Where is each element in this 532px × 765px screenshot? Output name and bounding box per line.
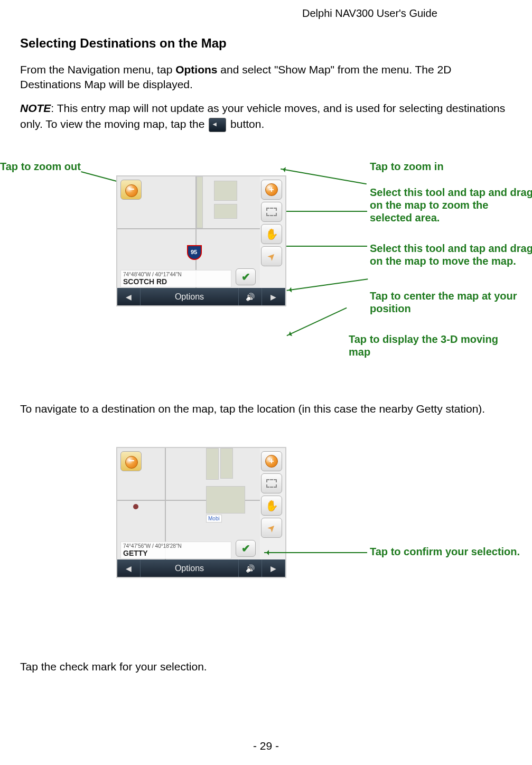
arrow-confirm bbox=[264, 552, 367, 553]
zoom-area-tool-button[interactable] bbox=[261, 202, 282, 222]
map-block bbox=[206, 486, 245, 514]
callout-3d: Tap to display the 3-D moving map bbox=[349, 333, 507, 358]
coordinates-text: 74°47'56"W / 40°18'28"N bbox=[123, 543, 229, 549]
pan-tool-button[interactable] bbox=[261, 224, 282, 244]
center-position-button[interactable] bbox=[261, 518, 282, 538]
checkmark-paragraph: Tap the check mark for your selection. bbox=[20, 660, 511, 673]
road-name-text: SCOTCH RD bbox=[123, 277, 229, 286]
arrow-hand-tool bbox=[280, 246, 367, 247]
map-tool-sidebar bbox=[259, 448, 285, 562]
coordinates-text: 74°48'40"W / 40°17'44"N bbox=[123, 272, 229, 277]
arrow-rect-tool bbox=[280, 211, 367, 212]
intro-text-bold: Options bbox=[175, 63, 217, 76]
arrow-3d bbox=[286, 307, 347, 337]
arrow-zoom-in bbox=[281, 169, 367, 185]
arrow-center bbox=[287, 278, 368, 291]
map-block bbox=[197, 176, 203, 228]
callout-zoom-in: Tap to zoom in bbox=[370, 160, 528, 173]
sound-button[interactable] bbox=[239, 288, 262, 305]
device-screenshot-1: 74°48'40"W / 40°17'44"N SCOTCH RD Option… bbox=[116, 175, 286, 306]
options-button[interactable]: Options bbox=[141, 288, 239, 305]
bottom-toolbar: Options bbox=[117, 288, 285, 305]
zoom-area-tool-button[interactable] bbox=[261, 473, 282, 493]
back-inline-icon bbox=[209, 118, 226, 132]
navigate-paragraph: To navigate to a destination on the map,… bbox=[20, 402, 511, 416]
page-number: - 29 - bbox=[0, 740, 532, 752]
bottom-toolbar: Options bbox=[117, 559, 285, 577]
note-label: NOTE bbox=[20, 102, 51, 114]
next-button[interactable] bbox=[262, 288, 285, 305]
callout-rect-tool: Select this tool and tap and drag on the… bbox=[370, 186, 532, 224]
road-name-text: GETTY bbox=[123, 549, 229, 557]
pan-tool-button[interactable] bbox=[261, 496, 282, 516]
callout-zoom-out: Tap to zoom out bbox=[0, 160, 85, 173]
intro-text-pre: From the Navigation menu, tap bbox=[20, 63, 175, 76]
note-paragraph: NOTE: This entry map will not update as … bbox=[20, 100, 511, 133]
device-screenshot-2: Mobi 74°47'56"W / 40°18'28"N GETTY Optio… bbox=[116, 447, 286, 578]
location-label: 74°47'56"W / 40°18'28"N GETTY bbox=[120, 542, 231, 559]
back-button[interactable] bbox=[117, 288, 141, 305]
zoom-in-button[interactable] bbox=[261, 451, 282, 471]
confirm-selection-button[interactable] bbox=[236, 540, 256, 557]
map-block bbox=[214, 204, 237, 219]
callout-confirm: Tap to confirm your selection. bbox=[370, 545, 528, 558]
zoom-out-button[interactable] bbox=[120, 180, 142, 200]
location-label: 74°48'40"W / 40°17'44"N SCOTCH RD bbox=[120, 270, 231, 287]
selected-point-icon bbox=[133, 504, 138, 509]
highway-shield-icon bbox=[187, 245, 202, 260]
sound-button[interactable] bbox=[239, 559, 262, 577]
poi-label[interactable]: Mobi bbox=[206, 515, 222, 523]
map-block bbox=[206, 448, 219, 480]
zoom-out-button[interactable] bbox=[120, 451, 142, 471]
map-road-horizontal bbox=[117, 228, 260, 229]
zoom-in-button[interactable] bbox=[261, 180, 282, 200]
confirm-selection-button[interactable] bbox=[236, 268, 256, 285]
back-button[interactable] bbox=[117, 559, 141, 577]
callout-hand-tool: Select this tool and tap and drag on the… bbox=[370, 242, 532, 267]
map-tool-sidebar bbox=[259, 176, 285, 290]
note-text-b: button. bbox=[227, 118, 264, 130]
map-block bbox=[220, 448, 233, 479]
center-position-button[interactable] bbox=[261, 246, 282, 266]
next-button[interactable] bbox=[262, 559, 285, 577]
section-heading: Selecting Destinations on the Map bbox=[20, 36, 227, 51]
options-button[interactable]: Options bbox=[141, 559, 239, 577]
map-block bbox=[214, 181, 237, 201]
intro-paragraph: From the Navigation menu, tap Options an… bbox=[20, 62, 511, 92]
doc-header-title: Delphi NAV300 User's Guide bbox=[302, 7, 437, 20]
callout-center: Tap to center the map at your position bbox=[370, 290, 528, 315]
